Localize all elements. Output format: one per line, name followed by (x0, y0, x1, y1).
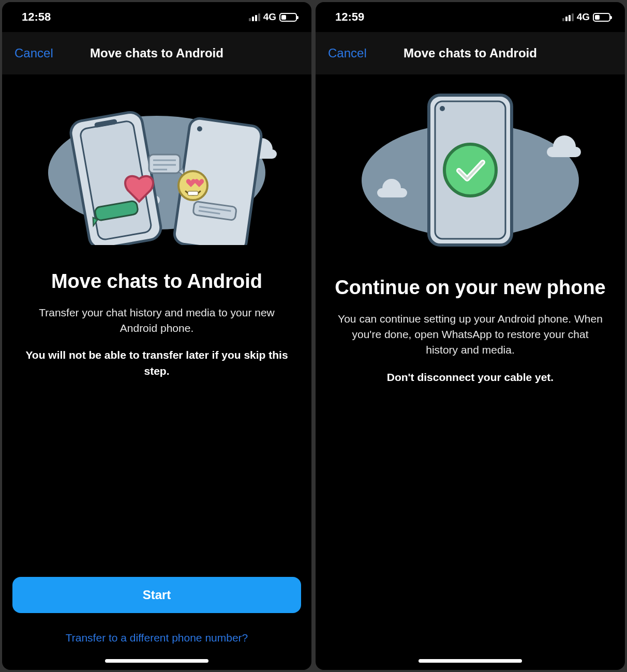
signal-icon (562, 13, 574, 21)
nav-title: Move chats to Android (90, 46, 223, 60)
screen-continue-new-phone: 12:59 4G Cancel Move chats to Android (316, 2, 625, 670)
svg-point-23 (440, 106, 445, 111)
status-right: 4G (562, 11, 610, 23)
page-description: You can continue setting up your Android… (336, 311, 605, 358)
page-heading: Move chats to Android (51, 270, 262, 294)
cancel-button[interactable]: Cancel (328, 46, 367, 60)
nav-title: Move chats to Android (404, 46, 537, 60)
status-bar: 12:59 4G (316, 2, 625, 32)
emoji-icon (178, 171, 207, 200)
nav-bar: Cancel Move chats to Android (2, 32, 311, 74)
home-indicator[interactable] (105, 659, 208, 663)
battery-icon (279, 13, 297, 22)
home-indicator[interactable] (419, 659, 522, 663)
signal-icon (249, 13, 260, 21)
page-warning: Don't disconnect your cable yet. (387, 370, 554, 385)
status-time: 12:58 (22, 10, 51, 24)
battery-icon (593, 13, 610, 22)
svg-rect-20 (377, 188, 407, 197)
screen-move-chats: 12:58 4G Cancel Move chats to Android (2, 2, 311, 670)
svg-rect-19 (547, 147, 581, 157)
status-bar: 12:58 4G (2, 2, 311, 32)
page-warning: You will not be able to transfer later i… (22, 347, 291, 379)
network-label: 4G (577, 11, 590, 23)
start-button[interactable]: Start (12, 577, 301, 613)
page-heading: Continue on your new phone (335, 276, 606, 300)
transfer-different-number-link[interactable]: Transfer to a different phone number? (12, 632, 301, 644)
status-time: 12:59 (335, 10, 364, 24)
network-label: 4G (263, 11, 276, 23)
svg-rect-12 (149, 155, 180, 173)
status-right: 4G (249, 11, 297, 23)
cancel-button[interactable]: Cancel (14, 46, 53, 60)
checkmark-icon (444, 144, 496, 196)
svg-rect-17 (188, 191, 198, 195)
svg-point-16 (178, 171, 207, 200)
nav-bar: Cancel Move chats to Android (316, 32, 625, 74)
bottom-actions: Start Transfer to a different phone numb… (2, 577, 311, 670)
content-area: Continue on your new phone You can conti… (316, 74, 625, 670)
svg-point-24 (444, 144, 496, 196)
page-description: Transfer your chat history and media to … (22, 305, 291, 337)
illustration-phone-check (331, 90, 609, 245)
content-area: Move chats to Android Transfer your chat… (2, 74, 311, 577)
illustration-two-phones (18, 90, 296, 245)
